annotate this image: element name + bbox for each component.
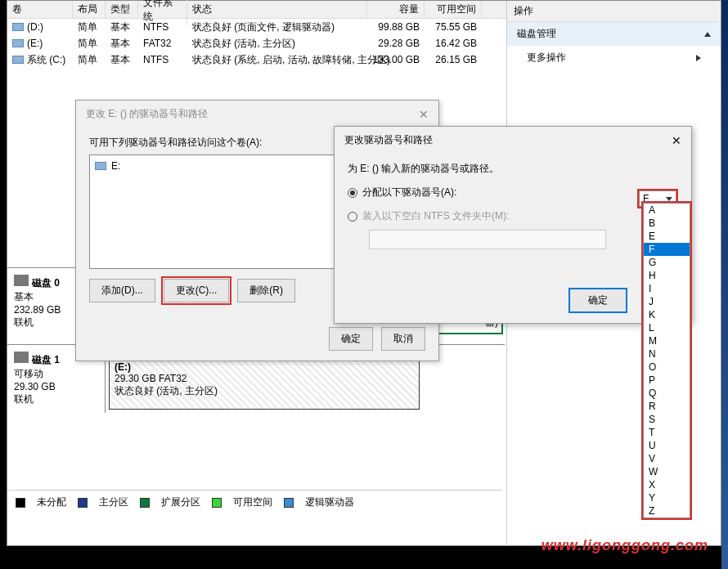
dropdown-item-L[interactable]: L xyxy=(644,321,690,334)
add-button[interactable]: 添加(D)... xyxy=(89,279,155,302)
dropdown-item-R[interactable]: R xyxy=(644,400,690,413)
part-info: 29.30 GB FAT32 xyxy=(115,373,187,384)
col-status[interactable]: 状态 xyxy=(187,1,367,18)
vol-name: (E:) xyxy=(27,38,43,49)
disk1-type: 可移动 xyxy=(14,367,98,381)
collapse-icon xyxy=(704,32,711,37)
dropdown-item-H[interactable]: H xyxy=(644,269,690,282)
watermark: www.ligonggong.com xyxy=(542,537,708,554)
legend-unalloc-icon xyxy=(16,498,25,508)
dropdown-item-T[interactable]: T xyxy=(644,426,690,439)
disk1-status: 联机 xyxy=(14,392,98,406)
dropdown-item-Y[interactable]: Y xyxy=(644,491,690,504)
dropdown-item-I[interactable]: I xyxy=(644,282,690,295)
dropdown-item-F[interactable]: F xyxy=(644,243,690,256)
dropdown-item-Q[interactable]: Q xyxy=(644,387,690,400)
cancel-button[interactable]: 取消 xyxy=(381,327,425,351)
dropdown-item-M[interactable]: M xyxy=(644,334,690,347)
actions-title: 操作 xyxy=(507,1,721,22)
disk-icon xyxy=(14,352,29,363)
actions-disk-mgmt[interactable]: 磁盘管理 xyxy=(507,22,721,46)
dropdown-item-O[interactable]: O xyxy=(644,361,690,374)
col-free[interactable]: 可用空间 xyxy=(425,1,482,18)
dropdown-item-X[interactable]: X xyxy=(644,478,690,491)
col-volume[interactable]: 卷 xyxy=(7,1,73,18)
col-layout[interactable]: 布局 xyxy=(73,1,106,18)
dropdown-item-P[interactable]: P xyxy=(644,374,690,387)
col-capacity[interactable]: 容量 xyxy=(367,1,425,18)
dropdown-item-N[interactable]: N xyxy=(644,347,690,361)
radio-icon xyxy=(348,212,357,222)
ok-button[interactable]: 确定 xyxy=(329,327,373,351)
vol-name: (D:) xyxy=(27,21,43,33)
radio-icon xyxy=(348,188,357,198)
dropdown-item-J[interactable]: J xyxy=(644,295,690,308)
drive-letter-dropdown[interactable]: ABEFGHIJKLMNOPQRSTUVWXYZ xyxy=(643,203,690,518)
legend: 未分配 主分区 扩展分区 可用空间 逻辑驱动器 xyxy=(7,490,502,514)
ok-button[interactable]: 确定 xyxy=(568,288,627,313)
dropdown-item-S[interactable]: S xyxy=(644,413,690,426)
disk0-title: 磁盘 0 xyxy=(32,277,60,289)
dropdown-item-B[interactable]: B xyxy=(644,217,690,230)
legend-extended-icon xyxy=(140,498,150,508)
drive-icon xyxy=(12,23,24,31)
dropdown-item-V[interactable]: V xyxy=(644,452,690,465)
radio-assign-letter[interactable]: 分配以下驱动器号(A): xyxy=(348,182,678,203)
drive-icon xyxy=(95,162,106,170)
legend-primary-icon xyxy=(78,498,88,508)
dialog2-title: 更改驱动器号和路径 xyxy=(344,133,433,147)
disk1-size: 29.30 GB xyxy=(14,381,98,392)
drive-icon xyxy=(12,56,24,64)
actions-more[interactable]: 更多操作 xyxy=(507,46,721,69)
col-type[interactable]: 类型 xyxy=(106,1,138,18)
dialog1-title: 更改 E: () 的驱动器号和路径 xyxy=(86,107,208,121)
dropdown-item-E[interactable]: E xyxy=(644,230,690,243)
chevron-down-icon xyxy=(666,197,672,201)
legend-logical-icon xyxy=(284,498,294,508)
change-button[interactable]: 更改(C)... xyxy=(164,279,230,302)
remove-button[interactable]: 删除(R) xyxy=(237,279,295,302)
arrow-right-icon xyxy=(696,55,701,61)
folder-path-input xyxy=(369,230,606,249)
disk-icon xyxy=(14,275,29,286)
close-icon[interactable]: ✕ xyxy=(672,134,681,147)
disk1-title: 磁盘 1 xyxy=(32,354,60,365)
legend-free-icon xyxy=(212,498,222,508)
dialog2-prompt: 为 E: () 输入新的驱动器号或路径。 xyxy=(348,162,678,176)
vol-name: 系统 (C:) xyxy=(27,53,65,67)
radio-mount-folder[interactable]: 装入以下空白 NTFS 文件夹中(M): xyxy=(348,206,678,226)
dropdown-item-W[interactable]: W xyxy=(644,465,690,478)
change-letter-path-dialog: 更改驱动器号和路径 ✕ 为 E: () 输入新的驱动器号或路径。 分配以下驱动器… xyxy=(334,126,692,324)
close-icon[interactable]: ✕ xyxy=(419,108,429,121)
dropdown-item-K[interactable]: K xyxy=(644,308,690,321)
part-name: (E:) xyxy=(115,361,131,373)
dropdown-item-G[interactable]: G xyxy=(644,256,690,269)
dropdown-item-A[interactable]: A xyxy=(644,204,690,217)
dropdown-item-Z[interactable]: Z xyxy=(644,504,690,517)
dropdown-item-U[interactable]: U xyxy=(644,439,690,452)
part-status: 状态良好 (活动, 主分区) xyxy=(115,385,218,397)
drive-icon xyxy=(12,39,24,47)
